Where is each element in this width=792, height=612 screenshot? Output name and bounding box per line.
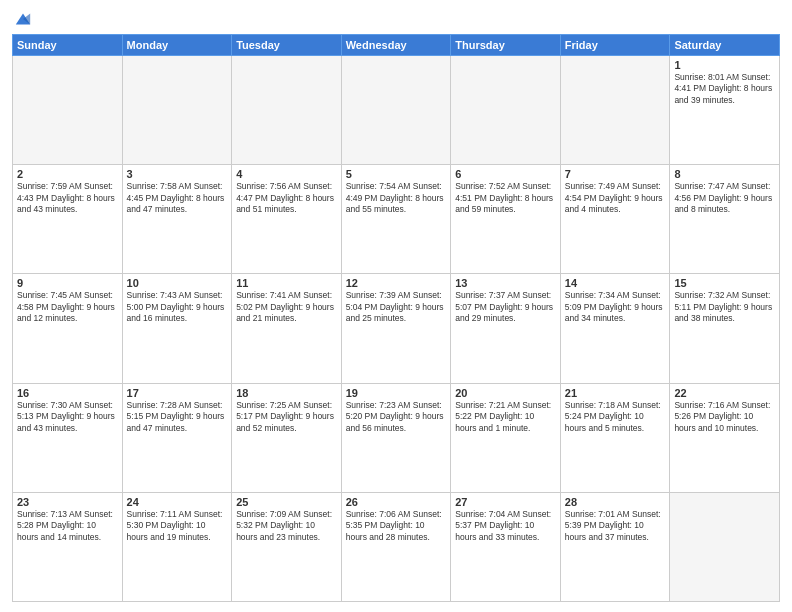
day-number: 4 [236, 168, 337, 180]
day-info: Sunrise: 7:39 AM Sunset: 5:04 PM Dayligh… [346, 290, 447, 324]
calendar-cell: 25Sunrise: 7:09 AM Sunset: 5:32 PM Dayli… [232, 492, 342, 601]
day-number: 9 [17, 277, 118, 289]
day-info: Sunrise: 7:06 AM Sunset: 5:35 PM Dayligh… [346, 509, 447, 543]
header [12, 10, 780, 28]
calendar-cell: 15Sunrise: 7:32 AM Sunset: 5:11 PM Dayli… [670, 274, 780, 383]
day-number: 27 [455, 496, 556, 508]
day-number: 13 [455, 277, 556, 289]
column-header-sunday: Sunday [13, 35, 123, 56]
day-info: Sunrise: 7:09 AM Sunset: 5:32 PM Dayligh… [236, 509, 337, 543]
day-info: Sunrise: 7:54 AM Sunset: 4:49 PM Dayligh… [346, 181, 447, 215]
calendar-cell: 27Sunrise: 7:04 AM Sunset: 5:37 PM Dayli… [451, 492, 561, 601]
day-number: 7 [565, 168, 666, 180]
calendar-cell: 13Sunrise: 7:37 AM Sunset: 5:07 PM Dayli… [451, 274, 561, 383]
calendar-cell: 14Sunrise: 7:34 AM Sunset: 5:09 PM Dayli… [560, 274, 670, 383]
day-info: Sunrise: 7:30 AM Sunset: 5:13 PM Dayligh… [17, 400, 118, 434]
calendar-cell: 17Sunrise: 7:28 AM Sunset: 5:15 PM Dayli… [122, 383, 232, 492]
day-info: Sunrise: 7:58 AM Sunset: 4:45 PM Dayligh… [127, 181, 228, 215]
day-info: Sunrise: 7:18 AM Sunset: 5:24 PM Dayligh… [565, 400, 666, 434]
day-info: Sunrise: 7:23 AM Sunset: 5:20 PM Dayligh… [346, 400, 447, 434]
day-info: Sunrise: 7:16 AM Sunset: 5:26 PM Dayligh… [674, 400, 775, 434]
day-number: 21 [565, 387, 666, 399]
day-number: 18 [236, 387, 337, 399]
calendar-cell: 3Sunrise: 7:58 AM Sunset: 4:45 PM Daylig… [122, 165, 232, 274]
calendar-cell [560, 56, 670, 165]
calendar-cell: 23Sunrise: 7:13 AM Sunset: 5:28 PM Dayli… [13, 492, 123, 601]
calendar-cell: 8Sunrise: 7:47 AM Sunset: 4:56 PM Daylig… [670, 165, 780, 274]
day-number: 1 [674, 59, 775, 71]
column-header-thursday: Thursday [451, 35, 561, 56]
calendar-cell: 5Sunrise: 7:54 AM Sunset: 4:49 PM Daylig… [341, 165, 451, 274]
column-header-tuesday: Tuesday [232, 35, 342, 56]
day-info: Sunrise: 7:41 AM Sunset: 5:02 PM Dayligh… [236, 290, 337, 324]
day-info: Sunrise: 7:01 AM Sunset: 5:39 PM Dayligh… [565, 509, 666, 543]
day-info: Sunrise: 7:32 AM Sunset: 5:11 PM Dayligh… [674, 290, 775, 324]
calendar-cell: 6Sunrise: 7:52 AM Sunset: 4:51 PM Daylig… [451, 165, 561, 274]
day-number: 19 [346, 387, 447, 399]
day-number: 24 [127, 496, 228, 508]
calendar-cell [451, 56, 561, 165]
day-info: Sunrise: 8:01 AM Sunset: 4:41 PM Dayligh… [674, 72, 775, 106]
day-number: 23 [17, 496, 118, 508]
logo-icon [14, 10, 32, 28]
calendar-cell: 9Sunrise: 7:45 AM Sunset: 4:58 PM Daylig… [13, 274, 123, 383]
week-row-5: 23Sunrise: 7:13 AM Sunset: 5:28 PM Dayli… [13, 492, 780, 601]
calendar-cell [122, 56, 232, 165]
calendar-cell: 21Sunrise: 7:18 AM Sunset: 5:24 PM Dayli… [560, 383, 670, 492]
calendar-header-row: SundayMondayTuesdayWednesdayThursdayFrid… [13, 35, 780, 56]
day-info: Sunrise: 7:56 AM Sunset: 4:47 PM Dayligh… [236, 181, 337, 215]
calendar-page: SundayMondayTuesdayWednesdayThursdayFrid… [0, 0, 792, 612]
calendar-cell: 11Sunrise: 7:41 AM Sunset: 5:02 PM Dayli… [232, 274, 342, 383]
calendar-cell: 1Sunrise: 8:01 AM Sunset: 4:41 PM Daylig… [670, 56, 780, 165]
column-header-saturday: Saturday [670, 35, 780, 56]
calendar-cell: 7Sunrise: 7:49 AM Sunset: 4:54 PM Daylig… [560, 165, 670, 274]
calendar-cell: 24Sunrise: 7:11 AM Sunset: 5:30 PM Dayli… [122, 492, 232, 601]
day-number: 17 [127, 387, 228, 399]
day-info: Sunrise: 7:45 AM Sunset: 4:58 PM Dayligh… [17, 290, 118, 324]
day-info: Sunrise: 7:49 AM Sunset: 4:54 PM Dayligh… [565, 181, 666, 215]
calendar-cell [341, 56, 451, 165]
day-number: 16 [17, 387, 118, 399]
day-info: Sunrise: 7:52 AM Sunset: 4:51 PM Dayligh… [455, 181, 556, 215]
day-info: Sunrise: 7:25 AM Sunset: 5:17 PM Dayligh… [236, 400, 337, 434]
column-header-friday: Friday [560, 35, 670, 56]
day-info: Sunrise: 7:11 AM Sunset: 5:30 PM Dayligh… [127, 509, 228, 543]
day-number: 10 [127, 277, 228, 289]
day-number: 8 [674, 168, 775, 180]
column-header-wednesday: Wednesday [341, 35, 451, 56]
calendar-cell: 18Sunrise: 7:25 AM Sunset: 5:17 PM Dayli… [232, 383, 342, 492]
day-number: 11 [236, 277, 337, 289]
calendar-cell [232, 56, 342, 165]
calendar-cell: 2Sunrise: 7:59 AM Sunset: 4:43 PM Daylig… [13, 165, 123, 274]
day-info: Sunrise: 7:04 AM Sunset: 5:37 PM Dayligh… [455, 509, 556, 543]
day-number: 2 [17, 168, 118, 180]
day-info: Sunrise: 7:34 AM Sunset: 5:09 PM Dayligh… [565, 290, 666, 324]
day-info: Sunrise: 7:13 AM Sunset: 5:28 PM Dayligh… [17, 509, 118, 543]
day-info: Sunrise: 7:21 AM Sunset: 5:22 PM Dayligh… [455, 400, 556, 434]
day-info: Sunrise: 7:59 AM Sunset: 4:43 PM Dayligh… [17, 181, 118, 215]
day-info: Sunrise: 7:43 AM Sunset: 5:00 PM Dayligh… [127, 290, 228, 324]
day-number: 15 [674, 277, 775, 289]
day-number: 14 [565, 277, 666, 289]
calendar-cell: 16Sunrise: 7:30 AM Sunset: 5:13 PM Dayli… [13, 383, 123, 492]
calendar-cell: 19Sunrise: 7:23 AM Sunset: 5:20 PM Dayli… [341, 383, 451, 492]
day-number: 12 [346, 277, 447, 289]
calendar-cell: 20Sunrise: 7:21 AM Sunset: 5:22 PM Dayli… [451, 383, 561, 492]
calendar-cell: 22Sunrise: 7:16 AM Sunset: 5:26 PM Dayli… [670, 383, 780, 492]
day-number: 20 [455, 387, 556, 399]
calendar-cell [13, 56, 123, 165]
calendar-table: SundayMondayTuesdayWednesdayThursdayFrid… [12, 34, 780, 602]
day-info: Sunrise: 7:28 AM Sunset: 5:15 PM Dayligh… [127, 400, 228, 434]
day-number: 5 [346, 168, 447, 180]
calendar-cell: 10Sunrise: 7:43 AM Sunset: 5:00 PM Dayli… [122, 274, 232, 383]
day-number: 6 [455, 168, 556, 180]
day-number: 3 [127, 168, 228, 180]
calendar-cell: 4Sunrise: 7:56 AM Sunset: 4:47 PM Daylig… [232, 165, 342, 274]
day-number: 22 [674, 387, 775, 399]
calendar-cell: 26Sunrise: 7:06 AM Sunset: 5:35 PM Dayli… [341, 492, 451, 601]
day-number: 28 [565, 496, 666, 508]
column-header-monday: Monday [122, 35, 232, 56]
week-row-1: 1Sunrise: 8:01 AM Sunset: 4:41 PM Daylig… [13, 56, 780, 165]
week-row-3: 9Sunrise: 7:45 AM Sunset: 4:58 PM Daylig… [13, 274, 780, 383]
week-row-4: 16Sunrise: 7:30 AM Sunset: 5:13 PM Dayli… [13, 383, 780, 492]
